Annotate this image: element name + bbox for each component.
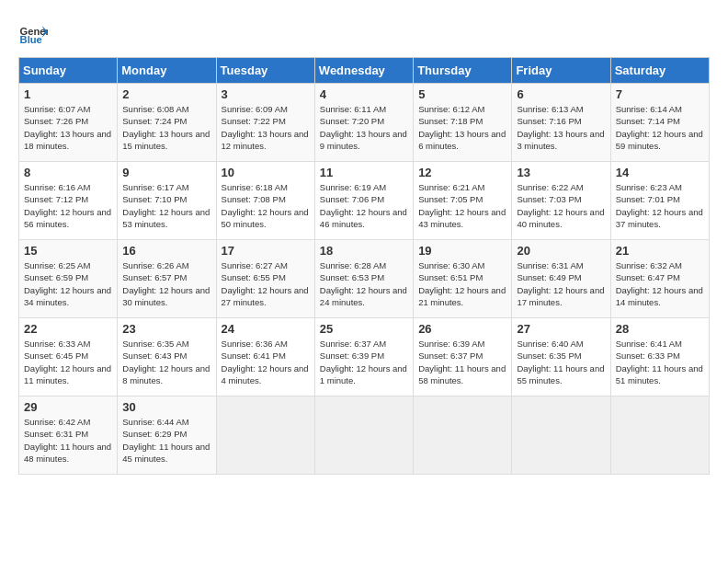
day-detail: Sunrise: 6:41 AMSunset: 6:33 PMDaylight:… — [616, 338, 704, 386]
day-detail: Sunrise: 6:30 AMSunset: 6:51 PMDaylight:… — [418, 259, 506, 308]
calendar-cell: 4Sunrise: 6:11 AMSunset: 7:20 PMDaylight… — [314, 84, 413, 162]
calendar-cell: 24Sunrise: 6:36 AMSunset: 6:41 PMDayligh… — [216, 318, 314, 396]
day-detail: Sunrise: 6:40 AMSunset: 6:35 PMDaylight:… — [517, 338, 605, 386]
calendar-cell — [414, 396, 512, 475]
day-detail: Sunrise: 6:25 AMSunset: 6:59 PMDaylight:… — [24, 259, 112, 308]
day-number: 3 — [222, 87, 310, 101]
calendar-cell: 11Sunrise: 6:19 AMSunset: 7:06 PMDayligh… — [314, 162, 413, 240]
day-detail: Sunrise: 6:28 AMSunset: 6:53 PMDaylight:… — [320, 259, 408, 308]
day-detail: Sunrise: 6:16 AMSunset: 7:12 PMDaylight:… — [24, 181, 112, 230]
logo: General Blue — [18, 18, 48, 48]
calendar-cell: 18Sunrise: 6:28 AMSunset: 6:53 PMDayligh… — [314, 240, 413, 318]
day-number: 25 — [320, 322, 408, 336]
day-number: 9 — [122, 166, 210, 179]
day-number: 8 — [24, 166, 112, 179]
day-number: 7 — [616, 87, 704, 101]
calendar-cell: 7Sunrise: 6:14 AMSunset: 7:14 PMDaylight… — [610, 84, 709, 162]
day-number: 27 — [517, 322, 605, 336]
calendar-cell: 28Sunrise: 6:41 AMSunset: 6:33 PMDayligh… — [610, 318, 709, 396]
day-detail: Sunrise: 6:23 AMSunset: 7:01 PMDaylight:… — [616, 181, 704, 230]
day-number: 4 — [320, 87, 408, 101]
calendar-cell: 3Sunrise: 6:09 AMSunset: 7:22 PMDaylight… — [216, 84, 314, 162]
day-number: 29 — [24, 400, 112, 414]
day-number: 14 — [616, 166, 704, 179]
day-number: 17 — [222, 244, 310, 258]
day-detail: Sunrise: 6:09 AMSunset: 7:22 PMDaylight:… — [222, 103, 310, 152]
calendar-cell: 15Sunrise: 6:25 AMSunset: 6:59 PMDayligh… — [19, 240, 118, 318]
day-detail: Sunrise: 6:17 AMSunset: 7:10 PMDaylight:… — [122, 181, 210, 230]
day-number: 24 — [222, 322, 310, 336]
calendar-cell — [314, 396, 413, 475]
day-detail: Sunrise: 6:32 AMSunset: 6:47 PMDaylight:… — [616, 259, 704, 308]
day-detail: Sunrise: 6:22 AMSunset: 7:03 PMDaylight:… — [517, 181, 605, 230]
day-detail: Sunrise: 6:37 AMSunset: 6:39 PMDaylight:… — [320, 338, 408, 386]
day-number: 11 — [320, 166, 408, 179]
day-detail: Sunrise: 6:35 AMSunset: 6:43 PMDaylight:… — [122, 338, 210, 386]
day-detail: Sunrise: 6:44 AMSunset: 6:29 PMDaylight:… — [122, 416, 210, 465]
calendar-cell: 25Sunrise: 6:37 AMSunset: 6:39 PMDayligh… — [314, 318, 413, 396]
day-detail: Sunrise: 6:33 AMSunset: 6:45 PMDaylight:… — [24, 338, 112, 386]
day-detail: Sunrise: 6:18 AMSunset: 7:08 PMDaylight:… — [222, 181, 310, 230]
day-number: 6 — [517, 87, 605, 101]
day-detail: Sunrise: 6:42 AMSunset: 6:31 PMDaylight:… — [24, 416, 112, 465]
calendar-week-4: 22Sunrise: 6:33 AMSunset: 6:45 PMDayligh… — [19, 318, 710, 396]
day-detail: Sunrise: 6:12 AMSunset: 7:18 PMDaylight:… — [418, 103, 506, 152]
day-detail: Sunrise: 6:26 AMSunset: 6:57 PMDaylight:… — [122, 259, 210, 308]
day-number: 12 — [418, 166, 506, 179]
calendar-week-5: 29Sunrise: 6:42 AMSunset: 6:31 PMDayligh… — [19, 396, 710, 475]
calendar-cell: 1Sunrise: 6:07 AMSunset: 7:26 PMDaylight… — [19, 84, 118, 162]
calendar-cell: 9Sunrise: 6:17 AMSunset: 7:10 PMDaylight… — [118, 162, 216, 240]
calendar-week-3: 15Sunrise: 6:25 AMSunset: 6:59 PMDayligh… — [19, 240, 710, 318]
day-number: 21 — [616, 244, 704, 258]
day-number: 28 — [616, 322, 704, 336]
calendar-cell: 2Sunrise: 6:08 AMSunset: 7:24 PMDaylight… — [118, 84, 216, 162]
header-cell-thursday: Thursday — [414, 58, 512, 84]
day-detail: Sunrise: 6:39 AMSunset: 6:37 PMDaylight:… — [418, 338, 506, 386]
calendar-cell — [216, 396, 314, 475]
calendar-cell: 6Sunrise: 6:13 AMSunset: 7:16 PMDaylight… — [512, 84, 610, 162]
calendar-cell: 16Sunrise: 6:26 AMSunset: 6:57 PMDayligh… — [118, 240, 216, 318]
day-detail: Sunrise: 6:13 AMSunset: 7:16 PMDaylight:… — [517, 103, 605, 152]
calendar-cell: 12Sunrise: 6:21 AMSunset: 7:05 PMDayligh… — [414, 162, 512, 240]
calendar-cell: 5Sunrise: 6:12 AMSunset: 7:18 PMDaylight… — [414, 84, 512, 162]
day-number: 30 — [122, 400, 210, 414]
day-number: 10 — [222, 166, 310, 179]
calendar-cell: 26Sunrise: 6:39 AMSunset: 6:37 PMDayligh… — [414, 318, 512, 396]
calendar-cell: 22Sunrise: 6:33 AMSunset: 6:45 PMDayligh… — [19, 318, 118, 396]
day-detail: Sunrise: 6:19 AMSunset: 7:06 PMDaylight:… — [320, 181, 408, 230]
day-detail: Sunrise: 6:07 AMSunset: 7:26 PMDaylight:… — [24, 103, 112, 152]
calendar-cell: 8Sunrise: 6:16 AMSunset: 7:12 PMDaylight… — [19, 162, 118, 240]
calendar-cell: 14Sunrise: 6:23 AMSunset: 7:01 PMDayligh… — [610, 162, 709, 240]
day-detail: Sunrise: 6:14 AMSunset: 7:14 PMDaylight:… — [616, 103, 704, 152]
page-header: General Blue — [18, 18, 710, 48]
calendar-cell: 21Sunrise: 6:32 AMSunset: 6:47 PMDayligh… — [610, 240, 709, 318]
header-row: SundayMondayTuesdayWednesdayThursdayFrid… — [19, 58, 710, 84]
calendar-cell — [610, 396, 709, 475]
day-detail: Sunrise: 6:21 AMSunset: 7:05 PMDaylight:… — [418, 181, 506, 230]
day-number: 23 — [122, 322, 210, 336]
header-cell-tuesday: Tuesday — [216, 58, 314, 84]
calendar-cell: 17Sunrise: 6:27 AMSunset: 6:55 PMDayligh… — [216, 240, 314, 318]
calendar-week-1: 1Sunrise: 6:07 AMSunset: 7:26 PMDaylight… — [19, 84, 710, 162]
day-number: 20 — [517, 244, 605, 258]
day-number: 19 — [418, 244, 506, 258]
calendar-table: SundayMondayTuesdayWednesdayThursdayFrid… — [18, 57, 710, 475]
svg-text:Blue: Blue — [20, 34, 42, 45]
day-detail: Sunrise: 6:11 AMSunset: 7:20 PMDaylight:… — [320, 103, 408, 152]
calendar-cell: 23Sunrise: 6:35 AMSunset: 6:43 PMDayligh… — [118, 318, 216, 396]
calendar-cell: 20Sunrise: 6:31 AMSunset: 6:49 PMDayligh… — [512, 240, 610, 318]
calendar-week-2: 8Sunrise: 6:16 AMSunset: 7:12 PMDaylight… — [19, 162, 710, 240]
calendar-cell: 29Sunrise: 6:42 AMSunset: 6:31 PMDayligh… — [19, 396, 118, 475]
day-number: 2 — [122, 87, 210, 101]
day-number: 13 — [517, 166, 605, 179]
day-number: 26 — [418, 322, 506, 336]
header-cell-saturday: Saturday — [610, 58, 709, 84]
day-number: 18 — [320, 244, 408, 258]
day-detail: Sunrise: 6:31 AMSunset: 6:49 PMDaylight:… — [517, 259, 605, 308]
calendar-cell: 10Sunrise: 6:18 AMSunset: 7:08 PMDayligh… — [216, 162, 314, 240]
day-number: 15 — [24, 244, 112, 258]
header-cell-sunday: Sunday — [19, 58, 118, 84]
header-cell-friday: Friday — [512, 58, 610, 84]
header-cell-wednesday: Wednesday — [314, 58, 413, 84]
calendar-cell: 27Sunrise: 6:40 AMSunset: 6:35 PMDayligh… — [512, 318, 610, 396]
